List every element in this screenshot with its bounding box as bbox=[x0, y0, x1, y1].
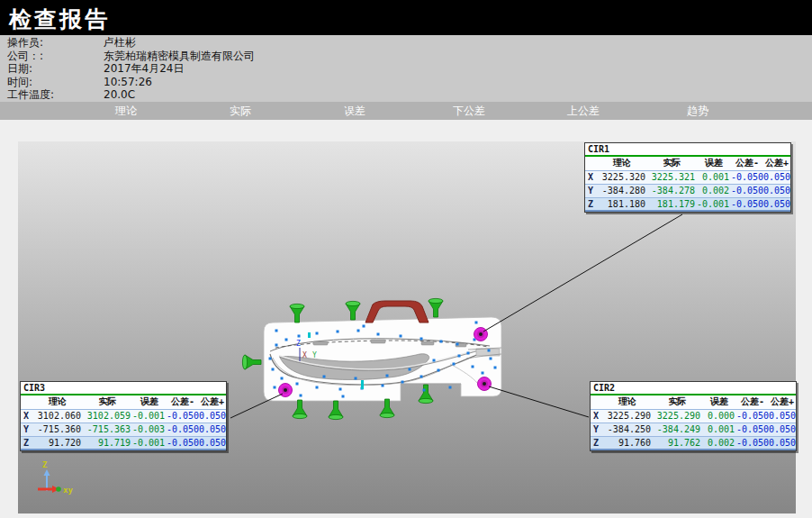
callout-col-header: 公差+ bbox=[763, 157, 790, 170]
value-cell: 3225.290 bbox=[653, 409, 702, 423]
value-cell: Z bbox=[585, 197, 597, 211]
axis-row: Y-384.280-384.2780.002-0.0500.050 bbox=[585, 184, 790, 197]
meta-value: 20.0C bbox=[104, 88, 135, 102]
cir2-result-table: CIR2 理论实际误差公差-公差+X3225.2903225.2900.000-… bbox=[590, 381, 797, 451]
value-cell: -384.280 bbox=[597, 184, 647, 197]
value-cell: 0.001 bbox=[702, 423, 736, 436]
meta-label: 工件温度: bbox=[7, 88, 104, 102]
value-cell: 0.050 bbox=[769, 423, 796, 436]
inspection-report-app: { "report": { "title": "检查报告" }, "meta":… bbox=[0, 0, 812, 518]
column-actual: 实际 bbox=[230, 104, 251, 119]
value-cell: -0.001 bbox=[132, 436, 167, 450]
axis-row: Y-715.360-715.363-0.003-0.0500.050 bbox=[21, 423, 226, 436]
callout-col-header: 实际 bbox=[647, 157, 697, 170]
meta-value: 10:57:26 bbox=[104, 76, 152, 89]
value-cell: Y bbox=[21, 423, 32, 436]
value-cell: 0.050 bbox=[769, 436, 796, 450]
value-cell: -384.249 bbox=[653, 423, 702, 436]
report-metadata: 操作员:卢柱彬 公司：:东莞柏瑞精密模具制造有限公司 日期:2017年4月24日… bbox=[0, 35, 812, 102]
axis-row: Z91.72091.719-0.001-0.0500.050 bbox=[21, 436, 226, 450]
value-cell: 181.179 bbox=[647, 197, 697, 211]
value-cell: 0.000 bbox=[702, 409, 736, 423]
axis-row: X3102.0603102.059-0.001-0.0500.050 bbox=[21, 409, 226, 423]
value-cell: -0.050 bbox=[167, 436, 199, 450]
value-cell: -384.278 bbox=[647, 184, 697, 197]
column-upper-tol: 上公差 bbox=[567, 104, 600, 119]
svg-text:X: X bbox=[302, 351, 307, 359]
value-cell: 3225.321 bbox=[647, 170, 697, 184]
callout-col-header: 理论 bbox=[32, 395, 83, 409]
callout-col-header: 公差+ bbox=[769, 395, 796, 409]
value-cell: -715.363 bbox=[83, 423, 132, 436]
meta-company: 公司：:东莞柏瑞精密模具制造有限公司 bbox=[7, 50, 812, 63]
value-cell: -0.050 bbox=[736, 436, 769, 450]
value-cell: 3102.059 bbox=[83, 409, 132, 423]
callout-col-header: 公差- bbox=[167, 395, 199, 409]
cir1-marker bbox=[474, 328, 488, 341]
meta-label: 操作员: bbox=[7, 36, 104, 50]
value-cell: 91.720 bbox=[32, 436, 83, 450]
meta-value: 2017年4月24日 bbox=[104, 62, 184, 76]
value-cell: Y bbox=[591, 423, 602, 436]
callout-col-header: 误差 bbox=[697, 157, 731, 170]
value-cell: 3102.060 bbox=[32, 409, 83, 423]
value-cell: X bbox=[585, 170, 597, 184]
callout-col-header: 实际 bbox=[653, 395, 702, 409]
value-cell: 0.050 bbox=[199, 436, 226, 450]
cir2-marker bbox=[478, 377, 492, 391]
feature-name: CIR1 bbox=[585, 143, 790, 155]
value-cell: -0.003 bbox=[132, 423, 167, 436]
meta-value: 卢柱彬 bbox=[104, 36, 136, 50]
value-cell: 0.002 bbox=[702, 436, 736, 450]
value-cell: 91.760 bbox=[602, 436, 653, 450]
meta-temperature: 工件温度:20.0C bbox=[7, 88, 812, 102]
value-cell: 3225.290 bbox=[602, 409, 653, 423]
svg-text:xy: xy bbox=[63, 486, 73, 495]
value-cell: Z bbox=[591, 436, 602, 450]
column-trend: 趋势 bbox=[687, 104, 708, 119]
callout-col-header: 理论 bbox=[602, 395, 653, 409]
meta-date: 日期:2017年4月24日 bbox=[7, 62, 812, 76]
value-cell: 0.002 bbox=[697, 184, 731, 197]
value-cell: X bbox=[21, 409, 32, 423]
svg-text:Z: Z bbox=[42, 460, 48, 469]
page-title: 检查报告 bbox=[0, 0, 812, 34]
column-error: 误差 bbox=[344, 104, 365, 119]
column-theoretical: 理论 bbox=[115, 104, 137, 119]
meta-label: 公司：: bbox=[7, 50, 104, 63]
svg-text:Y: Y bbox=[312, 351, 317, 359]
3d-viewport[interactable]: Z X Y Z xy CIR1 理论实际误差公差-公差+X3225.320322… bbox=[18, 141, 796, 513]
value-cell: -0.050 bbox=[167, 409, 199, 423]
title-bar: 检查报告 bbox=[0, 0, 812, 35]
value-cell: 0.050 bbox=[763, 184, 790, 197]
axis-row: X3225.2903225.2900.000-0.0500.050 bbox=[591, 409, 796, 423]
column-header-bar: 理论 实际 误差 下公差 上公差 趋势 bbox=[0, 102, 812, 120]
axis-row: X3225.3203225.3210.001-0.0500.050 bbox=[585, 170, 790, 184]
cir3-result-table: CIR3 理论实际误差公差-公差+X3102.0603102.059-0.001… bbox=[20, 381, 227, 451]
svg-text:Z: Z bbox=[296, 340, 301, 348]
axis-row: Z91.76091.7620.002-0.0500.050 bbox=[591, 436, 796, 450]
callout-col-header: 误差 bbox=[132, 395, 167, 409]
value-cell: -0.001 bbox=[697, 197, 731, 211]
value-cell: 0.050 bbox=[763, 197, 790, 211]
value-cell: -0.050 bbox=[736, 423, 769, 436]
column-lower-tol: 下公差 bbox=[453, 104, 485, 119]
meta-value: 东莞柏瑞精密模具制造有限公司 bbox=[104, 50, 255, 63]
value-cell: 91.719 bbox=[83, 436, 132, 450]
value-cell: -0.050 bbox=[731, 197, 763, 211]
callout-col-header: 理论 bbox=[597, 157, 647, 170]
view-triad-icon: Z xy bbox=[38, 460, 73, 495]
value-cell: 0.001 bbox=[697, 170, 731, 184]
callout-col-header: 误差 bbox=[702, 395, 736, 409]
value-cell: 0.050 bbox=[763, 170, 790, 184]
cir1-result-table: CIR1 理论实际误差公差-公差+X3225.3203225.3210.001-… bbox=[584, 142, 791, 213]
value-cell: Y bbox=[585, 184, 597, 197]
value-cell: 0.050 bbox=[199, 409, 226, 423]
feature-name: CIR3 bbox=[21, 382, 226, 394]
callout-col-header: 公差- bbox=[731, 157, 763, 170]
axis-row: Z181.180181.179-0.001-0.0500.050 bbox=[585, 197, 790, 211]
value-cell: -0.050 bbox=[736, 409, 769, 423]
value-cell: -384.250 bbox=[602, 423, 653, 436]
value-cell: -715.360 bbox=[32, 423, 83, 436]
meta-operator: 操作员:卢柱彬 bbox=[7, 36, 812, 50]
